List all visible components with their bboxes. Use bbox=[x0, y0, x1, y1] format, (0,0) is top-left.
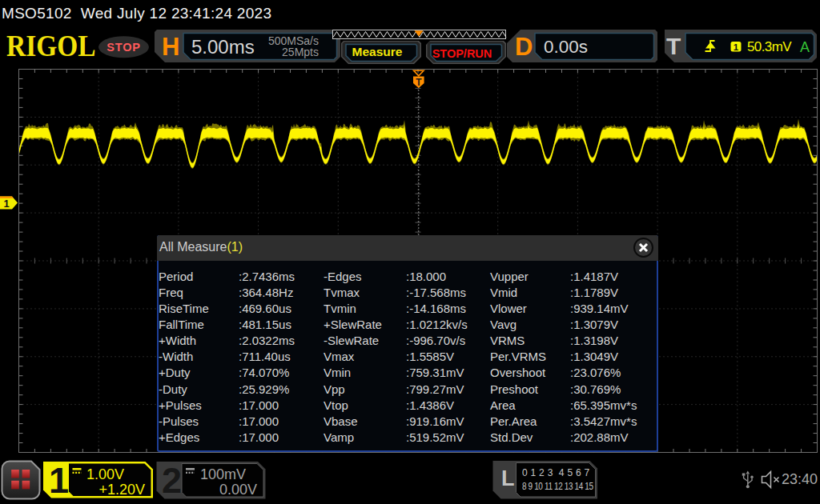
svg-text:1: 1 bbox=[3, 198, 9, 210]
svg-text:T: T bbox=[416, 77, 422, 88]
svg-text:1: 1 bbox=[734, 42, 739, 52]
